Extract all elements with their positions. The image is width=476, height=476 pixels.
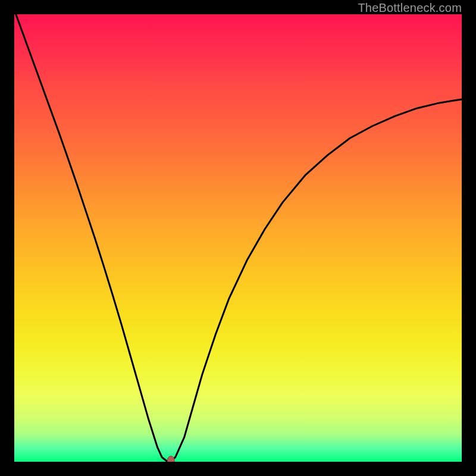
bottleneck-curve <box>14 14 462 461</box>
chart-frame: TheBottleneck.com <box>0 0 476 476</box>
curve-svg <box>14 14 462 462</box>
plot-area <box>14 14 462 462</box>
minimum-marker <box>167 456 174 462</box>
watermark-text: TheBottleneck.com <box>358 1 462 15</box>
